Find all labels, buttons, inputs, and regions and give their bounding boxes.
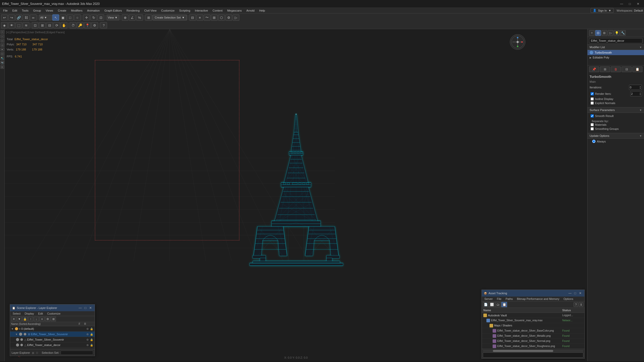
menu-animation[interactable]: Animation [85, 9, 102, 13]
modifier-list-header[interactable]: Modifier List ▼ [588, 44, 644, 50]
menu-file[interactable]: File [1, 9, 10, 13]
asset-h-scrollbar[interactable] [483, 350, 583, 352]
asset-toolbar-help[interactable]: ? [574, 302, 578, 307]
scene-toolbar-up-button[interactable]: ↑ [28, 317, 33, 321]
render-setup-button[interactable]: ⚙ [225, 14, 232, 21]
scale-button[interactable]: ⊡ [97, 14, 104, 21]
key-filter-button[interactable]: ⚙ [91, 22, 98, 28]
display-tab-icon[interactable]: 💡 [614, 30, 619, 36]
unlink-button[interactable]: ⛓ [23, 14, 29, 21]
scene-toolbar-settings-button[interactable]: ⚙ [45, 317, 50, 321]
menu-scripting[interactable]: Scripting [177, 9, 192, 13]
help-button[interactable]: ? [100, 22, 107, 28]
rect-select-button[interactable]: □ [67, 14, 74, 21]
render-iters-checkbox[interactable] [591, 92, 594, 95]
asset-search-input[interactable] [483, 352, 583, 358]
scene-toolbar-filter-button[interactable]: ▼ [17, 317, 22, 321]
asset-menu-file[interactable]: File [495, 297, 503, 301]
scene-menu-customize[interactable]: Customize [46, 312, 62, 315]
redo-button[interactable]: ↪ [8, 14, 15, 21]
hierarchy-tab-icon[interactable]: ⊞ [601, 30, 607, 36]
asset-row-vault[interactable]: Autodesk Vault Logged... [482, 313, 584, 318]
scene-row-obj1[interactable]: △ Eiffel_Tower_Silver_Souvenir ⚙ 🔒 [10, 337, 95, 342]
configure-modifier-button[interactable]: ⊞ [600, 66, 610, 72]
undo-button[interactable]: ↩ [1, 14, 8, 21]
asset-row-basecolor[interactable]: Eiffel_Tower_statue_decor_Silver_BaseCol… [482, 328, 584, 333]
asset-toolbar-info[interactable]: ℹ [579, 302, 583, 307]
left-panel-btn-5[interactable]: ✦ [1, 48, 4, 51]
scene-menu-select[interactable]: Select [11, 312, 22, 315]
menu-megascans[interactable]: Megascans [225, 9, 244, 13]
left-panel-btn-4[interactable]: ◇ [1, 43, 4, 47]
left-panel-btn-2[interactable]: ○ [1, 35, 4, 38]
asset-row-roughness[interactable]: Eiffel_Tower_statue_decor_Silver_Roughne… [482, 344, 584, 349]
close-button[interactable]: ✕ [634, 1, 642, 6]
left-panel-btn-3[interactable]: □ [1, 39, 4, 43]
angle-snap-button[interactable]: ∠ [129, 14, 136, 21]
isoline-checkbox[interactable] [591, 97, 594, 100]
hide-unselected-button[interactable]: 👁 [8, 22, 15, 28]
rotate-button[interactable]: ↻ [90, 14, 97, 21]
update-options-header[interactable]: Update Options ▼ [588, 133, 644, 139]
asset-restore-button[interactable]: □ [573, 291, 577, 295]
menu-interactive[interactable]: Interactive [193, 9, 210, 13]
scene-menu-display[interactable]: Display [23, 312, 36, 315]
asset-row-normal[interactable]: Eiffel_Tower_statue_decor_Silver_Normal.… [482, 339, 584, 344]
always-radio[interactable] [592, 140, 596, 143]
left-panel-btn-6[interactable]: ⬡ [1, 52, 4, 56]
layer-manager-button[interactable]: ≡ [197, 14, 203, 21]
menu-customize[interactable]: Customize [159, 9, 177, 13]
snap-2-5d-button[interactable]: ⊟ [46, 22, 53, 28]
asset-row-maxfile[interactable]: Eiffel_Tower_Silver_Souvenir_max_vray.ma… [482, 318, 584, 323]
left-panel-btn-1[interactable]: + [1, 30, 4, 34]
scene-row-obj2[interactable]: △ Eiffel_Tower_statue_decor ⚙ 🔒 [10, 342, 95, 348]
asset-menu-options[interactable]: Options [562, 297, 575, 301]
smoothing-groups-checkbox[interactable] [591, 127, 594, 130]
explicit-normals-checkbox[interactable] [591, 102, 594, 105]
selection-set-input[interactable] [61, 351, 93, 355]
paste-modifier-button[interactable]: 📋 [632, 66, 642, 72]
menu-content[interactable]: Content [210, 9, 225, 13]
utilities-tab-icon[interactable]: 🔧 [620, 30, 626, 36]
auto-key-button[interactable]: 🔑 [77, 22, 84, 28]
asset-menu-bitmap[interactable]: Bitmap Performance and Memory [515, 297, 561, 301]
menu-edit[interactable]: Edit [10, 9, 19, 13]
create-selection-button[interactable]: Create Selection Set ▼ [152, 15, 187, 20]
menu-graph-editors[interactable]: Graph Editors [102, 9, 124, 13]
pan-button[interactable]: ✋ [61, 22, 67, 28]
asset-toolbar-btn-1[interactable]: 📄 [483, 302, 488, 307]
scene-toolbar-down-button[interactable]: ↓ [34, 317, 39, 321]
scene-toolbar-sort-button[interactable]: ⊞ [51, 317, 56, 321]
menu-tools[interactable]: Tools [20, 9, 31, 13]
snap-2d-button[interactable]: ⊡ [32, 22, 38, 28]
select-by-name-button[interactable]: ▣ [60, 14, 66, 21]
iterations-input[interactable]: 0 ▲ ▼ [629, 85, 642, 90]
snap-toggle-button[interactable]: ⊕ [122, 14, 128, 21]
snap-3d-button[interactable]: ⊞ [39, 22, 46, 28]
create-tab-icon[interactable]: + [589, 30, 595, 36]
pin-modifier-button[interactable]: 📌 [589, 66, 599, 72]
menu-group[interactable]: Group [31, 9, 43, 13]
asset-menu-paths[interactable]: Paths [504, 297, 514, 301]
smoothing-groups-label[interactable]: Smoothing Groups [595, 127, 619, 130]
select-link-button[interactable]: 🔗 [15, 14, 22, 21]
align-button[interactable]: ⊟ [189, 14, 196, 21]
scene-toolbar-layer-button[interactable]: ≡ [39, 317, 45, 321]
smooth-result-checkbox[interactable] [591, 114, 594, 117]
scene-toolbar-lock-button[interactable]: 🔒 [22, 317, 28, 321]
viewport[interactable]: [+] [Perspective] [User Defined] [Edged … [5, 29, 587, 361]
asset-row-metallic[interactable]: Eiffel_Tower_statue_decor_Silver_Metalli… [482, 333, 584, 339]
menu-help[interactable]: Help [257, 9, 267, 13]
render-button[interactable]: ▷ [233, 14, 239, 21]
orbit-button[interactable]: ⟳ [53, 22, 60, 28]
sign-in-button[interactable]: 👤 Sign In ▼ [591, 8, 614, 13]
view-dropdown[interactable]: View ▼ [107, 15, 119, 20]
asset-menu-server[interactable]: Server [483, 297, 494, 301]
explicit-normals-label[interactable]: Explicit Normals [595, 102, 615, 105]
asset-row-maps[interactable]: Maps / Shaders [482, 323, 584, 328]
surface-params-header[interactable]: Surface Parameters ▼ [588, 107, 644, 113]
asset-toolbar-btn-4[interactable]: 📋 [501, 302, 507, 307]
modifier-editablepoly[interactable]: ▶ Editable Poly [588, 55, 644, 60]
circle-select-button[interactable]: ○ [74, 14, 81, 21]
motion-tab-icon[interactable]: ▷ [608, 30, 613, 36]
